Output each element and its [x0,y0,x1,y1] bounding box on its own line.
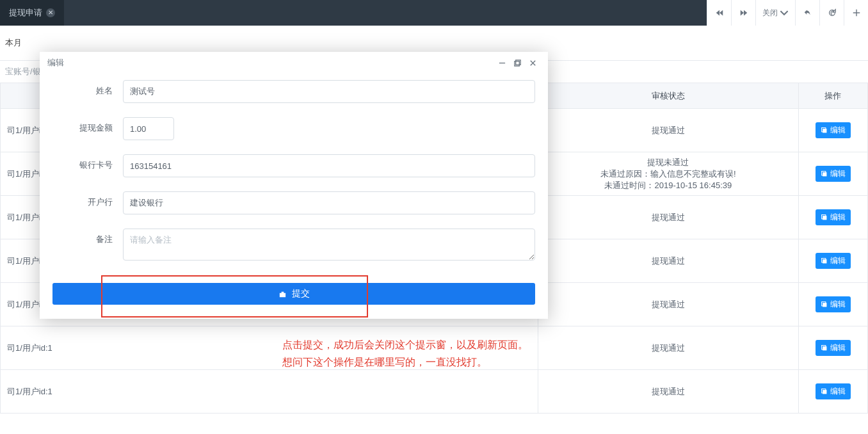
minimize-icon[interactable] [494,55,510,70]
cell-status: 提现通过 [538,196,799,239]
svg-rect-11 [823,346,826,350]
cell-info: 司1/用户id:1 [1,370,538,414]
input-card[interactable] [123,154,535,177]
cell-status: 提现通过 [538,370,799,414]
tab-label: 提现申请 [9,7,42,19]
modal-header[interactable]: 编辑 [40,52,548,74]
close-tab-icon[interactable]: ✕ [46,8,55,17]
svg-rect-15 [514,61,518,65]
cell-status: 提现通过 [538,326,799,370]
edit-button[interactable]: 编辑 [816,340,851,356]
toolbar: 关闭 [707,0,868,26]
cell-status: 提现通过 [538,283,799,326]
refresh-icon[interactable] [819,0,844,26]
cell-op: 编辑 [798,370,867,414]
copy-icon [821,344,828,351]
copy-icon [821,214,828,221]
edit-button[interactable]: 编辑 [816,253,851,269]
cell-op: 编辑 [798,326,867,370]
close-icon[interactable] [525,55,540,70]
chevron-down-icon [780,8,789,17]
svg-rect-5 [823,216,826,220]
svg-rect-16 [515,60,520,64]
submit-button[interactable]: 提交 [52,283,535,305]
briefcase-icon [278,290,287,298]
copy-icon [821,388,828,395]
svg-rect-13 [823,390,826,394]
month-label: 本月 [5,37,22,49]
label-remark: 备注 [52,229,123,245]
cell-op: 编辑 [798,239,867,283]
table-row: 司1/用户id:1提现通过编辑 [1,370,868,414]
label-amount: 提现金额 [52,117,123,134]
input-name[interactable] [123,80,535,103]
copy-icon [821,127,828,134]
svg-rect-3 [823,172,826,176]
cell-status: 提现通过 [538,239,799,283]
cell-status: 提现未通过未通过原因：输入信息不完整或有误!未通过时间：2019-10-15 1… [538,152,799,196]
annotation-line2: 想问下这个操作是在哪里写的，一直没找打。 [282,353,528,371]
label-card: 银行卡号 [52,154,123,171]
copy-icon [821,170,828,177]
cell-status: 提现通过 [538,109,799,152]
cell-op: 编辑 [798,109,867,152]
edit-button[interactable]: 编辑 [816,383,851,399]
col-header-status: 审核状态 [538,83,799,109]
forward-icon[interactable] [731,0,755,26]
undo-icon[interactable] [795,0,819,26]
edit-button[interactable]: 编辑 [816,209,851,225]
label-bank: 开户行 [52,191,123,208]
input-amount[interactable] [123,117,174,140]
annotation-line1: 点击提交，成功后会关闭这个提示窗，以及刷新页面。 [282,336,528,353]
col-header-op: 操作 [798,83,867,109]
copy-icon [821,301,828,308]
input-bank[interactable] [123,191,535,214]
top-bar: 提现申请 ✕ 关闭 [0,0,868,26]
submit-label: 提交 [292,288,310,300]
close-dropdown[interactable]: 关闭 [755,0,795,26]
annotation-text: 点击提交，成功后会关闭这个提示窗，以及刷新页面。 想问下这个操作是在哪里写的，一… [282,336,528,371]
rewind-icon[interactable] [707,0,731,26]
cell-op: 编辑 [798,196,867,239]
edit-button[interactable]: 编辑 [816,166,851,182]
svg-rect-7 [823,259,826,263]
edit-button[interactable]: 编辑 [816,122,851,138]
edit-button[interactable]: 编辑 [816,296,851,312]
close-dropdown-label: 关闭 [762,8,778,19]
svg-rect-1 [823,129,826,133]
edit-modal: 编辑 姓名 提现金额 银行卡号 开户行 备注 [40,52,548,319]
maximize-icon[interactable] [510,55,525,70]
cell-op: 编辑 [798,152,867,196]
plus-icon[interactable] [844,0,868,26]
copy-icon [821,257,828,264]
svg-rect-9 [823,303,826,307]
modal-title: 编辑 [47,57,494,68]
cell-op: 编辑 [798,283,867,326]
active-tab[interactable]: 提现申请 ✕ [0,0,64,26]
input-remark[interactable] [123,229,535,261]
label-name: 姓名 [52,80,123,97]
